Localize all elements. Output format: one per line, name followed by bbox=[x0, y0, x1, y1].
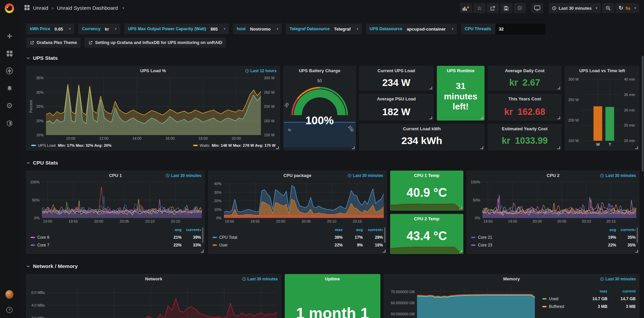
legend-sort-header[interactable]: avg bbox=[343, 228, 363, 232]
legend-item-watts[interactable]: WattsMin: 148 W Max: 278 W Avg: 175 W bbox=[193, 143, 276, 147]
legend-scrollbar[interactable] bbox=[637, 227, 638, 243]
battery-gauge[interactable]: 0 20 50 100 100% bbox=[284, 75, 356, 150]
cycle-view-mode-button[interactable] bbox=[531, 3, 543, 13]
breadcrumb-dashboard-title[interactable]: Unraid System Dashboard bbox=[57, 5, 118, 11]
panel-title[interactable]: This Years Cost bbox=[508, 96, 541, 101]
legend-scrollbar[interactable] bbox=[202, 227, 203, 243]
alerting-bell-icon[interactable] bbox=[5, 84, 13, 92]
cpu1-legend: avgcurrent▾Core 621%39%Core 722%33% bbox=[27, 225, 204, 249]
panel-title[interactable]: UPS Runtime bbox=[447, 68, 474, 73]
panel-cpu2-temp: CPU 2 Temp 43.4 °C bbox=[390, 214, 464, 254]
legend-sort-header[interactable]: max bbox=[579, 289, 607, 293]
refresh-picker[interactable]: ↻ 5s ▾ bbox=[615, 3, 639, 13]
y-axis-tick: 150 W bbox=[264, 119, 275, 123]
cpu-threads-input[interactable] bbox=[495, 24, 546, 34]
panel-time-range-link[interactable]: Last 30 minutes bbox=[348, 173, 383, 178]
dashboards-icon[interactable] bbox=[5, 49, 13, 57]
top-nav-actions: ☆ ⚙ Last 30 minutes ▾ ↻ 5s ▾ bbox=[459, 3, 639, 13]
zoom-out-button[interactable] bbox=[602, 3, 614, 13]
legend-series-name[interactable]: Core 6 bbox=[37, 235, 49, 240]
help-icon[interactable]: ? bbox=[5, 306, 13, 314]
chevron-down-icon bbox=[26, 161, 30, 165]
legend-sort-header[interactable]: current▾ bbox=[363, 228, 383, 232]
cpu2-chart[interactable]: 100%50%0%19:5019:5520:0020:0520:1020:15 bbox=[467, 180, 639, 225]
ups-vs-time-chart[interactable]: 300 W250 W200 W150 W40 min35 min30 min25… bbox=[565, 75, 639, 149]
legend-series-name[interactable]: Core 23 bbox=[478, 243, 492, 247]
panel-title[interactable]: UPS Battery Charge bbox=[299, 68, 340, 73]
chevron-down-icon[interactable]: ▾ bbox=[123, 6, 124, 10]
legend-sort-header[interactable]: current▾ bbox=[182, 228, 201, 232]
section-network-memory[interactable]: Network / Memory bbox=[26, 262, 639, 271]
panel-time-range-link[interactable]: Last 30 minutes bbox=[242, 277, 278, 281]
panel-title[interactable]: CPU 2 bbox=[547, 173, 559, 178]
panel-title[interactable]: Average Daily Cost bbox=[505, 68, 545, 73]
panel-time-range-link[interactable]: Last 12 hours bbox=[245, 69, 277, 73]
legend-item-ups-load[interactable]: UPS LoadMin: 17% Max: 32% Avg: 20% bbox=[31, 143, 111, 147]
panel-title[interactable]: Current UPS Load bbox=[377, 68, 415, 73]
page-scrollbar[interactable] bbox=[641, 16, 644, 318]
network-chart[interactable]: 6.0 MBs4.0 MBs2.0 MBs bbox=[27, 283, 281, 318]
legend-scrollbar[interactable] bbox=[384, 227, 385, 243]
dashboard-settings-button[interactable]: ⚙ bbox=[514, 3, 526, 13]
panel-average-psu-load: Average PSU Load 182 W bbox=[359, 94, 433, 121]
y-axis-tick: 20% bbox=[36, 119, 44, 123]
legend-sort-header[interactable]: max bbox=[323, 228, 343, 232]
panel-title[interactable]: Network bbox=[145, 276, 162, 281]
legend-sort-header[interactable]: current bbox=[607, 289, 636, 293]
panel-title[interactable]: CPU 1 bbox=[109, 173, 122, 178]
share-button[interactable] bbox=[487, 3, 499, 13]
variable-ups-max-output[interactable]: UPS Max Output Power Capacity (Watt)865▾ bbox=[124, 24, 229, 34]
variable-ups-datasource[interactable]: UPS Datasourceapcupsd-container▾ bbox=[366, 24, 457, 34]
panel-title[interactable]: UPS Load % bbox=[140, 68, 166, 73]
legend-sort-header[interactable]: avg bbox=[597, 228, 616, 232]
legend-series-name[interactable]: Buffered bbox=[549, 304, 564, 309]
panel-title[interactable]: CPU 1 Temp bbox=[414, 173, 440, 178]
panel-title[interactable]: CPU 2 Temp bbox=[414, 216, 440, 221]
section-cpu-stats[interactable]: CPU Stats bbox=[26, 158, 639, 167]
breadcrumb-app[interactable]: Unraid bbox=[33, 5, 48, 11]
cpu1-chart[interactable]: 100%50%0%19:5019:5520:0020:0520:1020:15 bbox=[27, 180, 204, 225]
star-dashboard-button[interactable]: ☆ bbox=[473, 3, 486, 13]
panel-cpu-package: CPU package Last 30 minutes 40%30%20%10%… bbox=[208, 171, 387, 254]
apps-grid-icon[interactable] bbox=[24, 5, 30, 12]
user-avatar[interactable] bbox=[5, 290, 13, 299]
variable-currency[interactable]: Currencykr▾ bbox=[78, 24, 120, 34]
panel-title[interactable]: CPU package bbox=[283, 173, 311, 178]
panel-title[interactable]: UPS Load vs Time left bbox=[579, 68, 625, 73]
memory-chart[interactable]: 70.000000 GB60.000000 GB50.000000 GB bbox=[384, 283, 538, 318]
panel-time-range-link[interactable]: Last 30 minutes bbox=[166, 173, 201, 178]
legend-series-name[interactable]: CPU Total bbox=[219, 235, 237, 240]
panel-title[interactable]: Current Load kWh bbox=[403, 126, 441, 131]
panel-title[interactable]: Estimated Yearly Cost bbox=[502, 126, 548, 131]
legend-series-name[interactable]: Core 7 bbox=[37, 243, 49, 247]
legend-series-name[interactable]: User bbox=[219, 243, 228, 247]
legend-series-name[interactable]: Used bbox=[549, 297, 558, 301]
panel-time-range-link[interactable]: Last 30 minutes bbox=[600, 173, 636, 178]
legend-series-name[interactable]: Core 21 bbox=[478, 235, 492, 240]
configuration-gear-icon[interactable]: ⚙ bbox=[5, 102, 13, 110]
legend-sort-header[interactable]: avg bbox=[162, 228, 182, 232]
server-admin-shield-icon[interactable] bbox=[5, 119, 13, 127]
ups-load-chart[interactable]: 35%30%25%20%15%300 W250 W200 W150 W100 W… bbox=[27, 75, 280, 142]
variable-host[interactable]: hostNostromo▾ bbox=[233, 24, 282, 34]
link-grafana-plex-theme[interactable]: Grafana Plex Theme bbox=[26, 38, 81, 48]
legend-sort-header[interactable]: current▾ bbox=[616, 228, 636, 232]
add-panel-button[interactable] bbox=[460, 3, 472, 13]
y-axis-tick: 35% bbox=[36, 76, 44, 80]
cpu-package-chart[interactable]: 40%30%20%10%0%19:5019:5520:0020:0520:102… bbox=[209, 180, 386, 225]
legend-value: 17% bbox=[343, 235, 363, 240]
create-icon[interactable] bbox=[5, 32, 13, 40]
explore-icon[interactable] bbox=[5, 67, 13, 75]
panel-title[interactable]: Average PSU Load bbox=[377, 96, 416, 101]
variable-telegraf-datasource[interactable]: Telegraf DatasourceTelegraf▾ bbox=[286, 24, 362, 34]
panel-title[interactable]: Memory bbox=[503, 276, 520, 281]
link-ups-monitoring-guide[interactable]: Setting up Grafana and InfluxDB for UPS … bbox=[85, 38, 226, 48]
save-dashboard-button[interactable] bbox=[500, 3, 512, 13]
section-ups-stats[interactable]: UPS Stats bbox=[26, 54, 639, 62]
variable-kwh-price[interactable]: kWh Price0.65▾ bbox=[26, 24, 74, 34]
time-range-picker[interactable]: Last 30 minutes ▾ bbox=[549, 3, 601, 13]
panel-time-range-link[interactable]: Last 30 minutes bbox=[600, 277, 636, 281]
y-axis-tick: 0% bbox=[216, 216, 222, 220]
grafana-logo-icon[interactable] bbox=[3, 2, 15, 14]
panel-title[interactable]: Uptime bbox=[325, 276, 340, 281]
